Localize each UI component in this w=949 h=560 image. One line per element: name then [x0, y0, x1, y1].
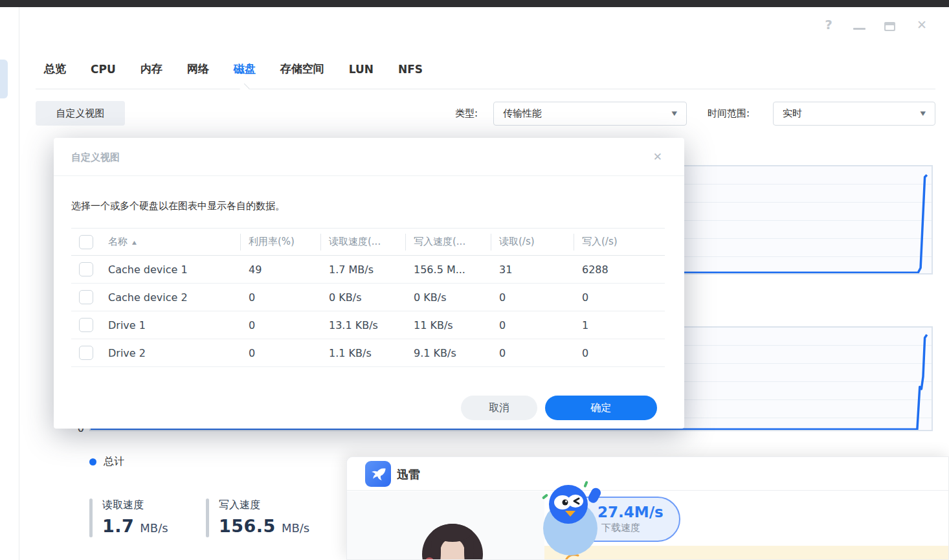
- chevron-down-icon: ▼: [672, 110, 677, 117]
- cell-value: 0: [491, 291, 574, 304]
- cell-value: 6288: [574, 263, 665, 276]
- stat-block: 读取速度1.7MB/s: [89, 498, 179, 537]
- tab-7[interactable]: NFS: [398, 63, 423, 76]
- column-header-3[interactable]: 写入速度(...: [406, 234, 491, 251]
- legend-label: 总计: [104, 455, 124, 469]
- thunder-title: 迅雷: [397, 467, 420, 482]
- tab-6[interactable]: LUN: [349, 63, 374, 76]
- avatar[interactable]: [422, 524, 483, 560]
- column-header-5[interactable]: 写入(/s): [574, 234, 665, 251]
- table-row[interactable]: Drive 201.1 KB/s9.1 KB/s00: [71, 339, 665, 367]
- stat-value: 1.7: [102, 516, 134, 536]
- tab-5[interactable]: 存储空间: [280, 62, 324, 76]
- cell-name: Cache device 1: [100, 263, 241, 276]
- row-checkbox[interactable]: [79, 346, 93, 360]
- tab-bar: 总览CPU内存网络磁盘存储空间LUNNFS: [44, 62, 423, 76]
- row-checkbox[interactable]: [79, 290, 93, 304]
- thunder-logo-icon: [365, 461, 391, 487]
- cell-value: 0: [491, 319, 574, 331]
- table-body: Cache device 1491.7 MB/s156.5 M...316288…: [71, 256, 665, 367]
- time-range-select[interactable]: 实时 ▼: [773, 102, 935, 126]
- cell-value: 13.1 KB/s: [321, 319, 406, 331]
- sort-asc-icon: ▲: [132, 239, 137, 245]
- time-range-label: 时间范围:: [708, 107, 750, 120]
- tab-2[interactable]: 内存: [140, 62, 162, 76]
- stat-text: 写入速度156.5MB/s: [219, 498, 309, 537]
- table-row[interactable]: Cache device 200 KB/s0 KB/s00: [71, 284, 665, 311]
- stat-bar: [206, 498, 209, 537]
- help-icon[interactable]: ?: [822, 17, 835, 32]
- thunder-left-panel: [347, 491, 544, 560]
- close-icon[interactable]: ✕: [915, 17, 928, 32]
- column-header-0[interactable]: 名称▲: [100, 234, 241, 251]
- dialog-header: 自定义视图 ✕: [54, 138, 684, 176]
- window-edge-divider: [19, 7, 19, 560]
- cell-value: 11 KB/s: [406, 319, 491, 331]
- cell-value: 0: [574, 291, 665, 304]
- row-checkbox[interactable]: [79, 318, 93, 332]
- legend-dot: [89, 458, 96, 465]
- thunder-window: 迅雷 27.4M/s 下载速度: [346, 456, 949, 560]
- tab-1[interactable]: CPU: [91, 63, 116, 76]
- cell-value: 0: [241, 291, 321, 304]
- desktop: ? ✕ 总览CPU内存网络磁盘存储空间LUNNFS 自定义视图 类型: 传输性能…: [0, 0, 949, 560]
- column-header-1[interactable]: 利用率(%): [241, 234, 321, 251]
- cell-name: Drive 1: [100, 319, 241, 331]
- dialog-close-icon[interactable]: ✕: [653, 150, 662, 163]
- disk-table: 名称▲利用率(%)读取速度(...写入速度(...读取(/s)写入(/s) Ca…: [71, 228, 665, 367]
- cell-value: 1.7 MB/s: [321, 263, 406, 276]
- stat-value: 156.5: [219, 516, 276, 536]
- stat-text: 读取速度1.7MB/s: [102, 498, 168, 537]
- stat-label: 写入速度: [219, 498, 260, 511]
- cell-value: 31: [491, 263, 574, 276]
- thunder-header: 迅雷: [347, 457, 948, 491]
- cell-value: 49: [241, 263, 321, 276]
- custom-view-button[interactable]: 自定义视图: [36, 101, 125, 126]
- custom-view-dialog: 自定义视图 ✕ 选择一个或多个硬盘以在图表中显示各自的数据。 名称▲利用率(%)…: [54, 138, 684, 429]
- cell-name: Drive 2: [100, 347, 241, 359]
- stat-bar: [89, 498, 93, 537]
- tab-3[interactable]: 网络: [187, 62, 209, 76]
- avatar-clothes-accent: [425, 557, 434, 560]
- cell-value: 1.1 KB/s: [321, 347, 406, 359]
- active-tab-caret: [240, 84, 250, 94]
- cell-value: 9.1 KB/s: [406, 347, 491, 359]
- maximize-glyph: [884, 22, 895, 31]
- background-window-handle: [0, 60, 8, 98]
- table-header: 名称▲利用率(%)读取速度(...写入速度(...读取(/s)写入(/s): [71, 229, 665, 256]
- type-select[interactable]: 传输性能 ▼: [493, 102, 687, 126]
- cell-name: Cache device 2: [100, 291, 241, 304]
- stat-label: 读取速度: [102, 498, 144, 511]
- cell-value: 156.5 M...: [406, 263, 491, 276]
- chevron-down-icon: ▼: [921, 110, 926, 117]
- cell-value: 0: [241, 319, 321, 331]
- tab-0[interactable]: 总览: [44, 62, 66, 76]
- minimize-icon[interactable]: [853, 20, 866, 30]
- row-checkbox[interactable]: [79, 262, 93, 276]
- ok-button[interactable]: 确定: [545, 396, 657, 420]
- select-all-checkbox[interactable]: [79, 235, 93, 249]
- cell-value: 0 KB/s: [406, 291, 491, 304]
- table-row[interactable]: Drive 1013.1 KB/s11 KB/s01: [71, 311, 665, 339]
- time-range-select-value: 实时: [783, 107, 802, 120]
- type-label: 类型:: [455, 107, 478, 120]
- tab-4[interactable]: 磁盘: [234, 62, 256, 76]
- tab-underline: [36, 89, 935, 89]
- stat-unit: MB/s: [282, 521, 309, 535]
- minimize-glyph: [853, 28, 865, 30]
- type-select-value: 传输性能: [503, 107, 542, 120]
- cell-value: 0: [241, 347, 321, 359]
- dialog-title: 自定义视图: [71, 151, 120, 164]
- cell-value: 0: [491, 347, 574, 359]
- cancel-button[interactable]: 取消: [461, 396, 537, 420]
- chart-legend: 总计: [89, 455, 124, 469]
- top-system-bar: [0, 0, 949, 7]
- cell-value: 1: [574, 319, 665, 331]
- dialog-description: 选择一个或多个硬盘以在图表中显示各自的数据。: [71, 200, 285, 212]
- stats-row: 读取速度1.7MB/s写入速度156.5MB/s: [89, 498, 295, 537]
- column-header-4[interactable]: 读取(/s): [491, 234, 574, 251]
- column-header-2[interactable]: 读取速度(...: [321, 234, 406, 251]
- bird-mascot-icon: [538, 480, 622, 560]
- maximize-icon[interactable]: [884, 18, 897, 31]
- table-row[interactable]: Cache device 1491.7 MB/s156.5 M...316288: [71, 256, 665, 284]
